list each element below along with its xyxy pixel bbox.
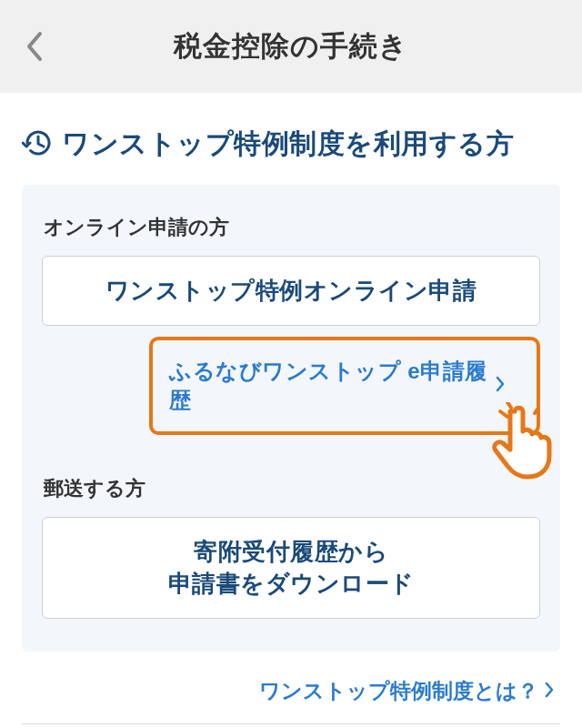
back-button[interactable] xyxy=(24,30,44,63)
chevron-right-icon xyxy=(495,376,506,396)
mail-download-button[interactable]: 寄附受付履歴から 申請書をダウンロード xyxy=(42,517,540,619)
chevron-right-icon xyxy=(544,682,555,702)
onestop-card: オンライン申請の方 ワンストップ特例オンライン申請 ふるなびワンストップ e申請… xyxy=(22,185,560,652)
clock-history-icon xyxy=(22,127,53,162)
page-title: 税金控除の手続き xyxy=(0,27,582,66)
online-label: オンライン申請の方 xyxy=(44,214,540,241)
history-link-text: ふるなびワンストップ e申請履歴 xyxy=(169,357,487,415)
history-link[interactable]: ふるなびワンストップ e申請履歴 xyxy=(149,337,540,435)
onestop-info-link[interactable]: ワンストップ特例制度とは？ xyxy=(22,673,560,723)
onestop-info-text: ワンストップ特例制度とは？ xyxy=(259,677,538,705)
section-heading-onestop: ワンストップ特例制度を利用する方 xyxy=(22,126,560,163)
mail-label: 郵送する方 xyxy=(44,475,540,502)
online-apply-button[interactable]: ワンストップ特例オンライン申請 xyxy=(42,256,540,326)
chevron-left-icon xyxy=(24,30,44,63)
divider xyxy=(22,723,560,724)
header: 税金控除の手続き xyxy=(0,0,582,93)
section-heading-text: ワンストップ特例制度を利用する方 xyxy=(62,126,514,163)
